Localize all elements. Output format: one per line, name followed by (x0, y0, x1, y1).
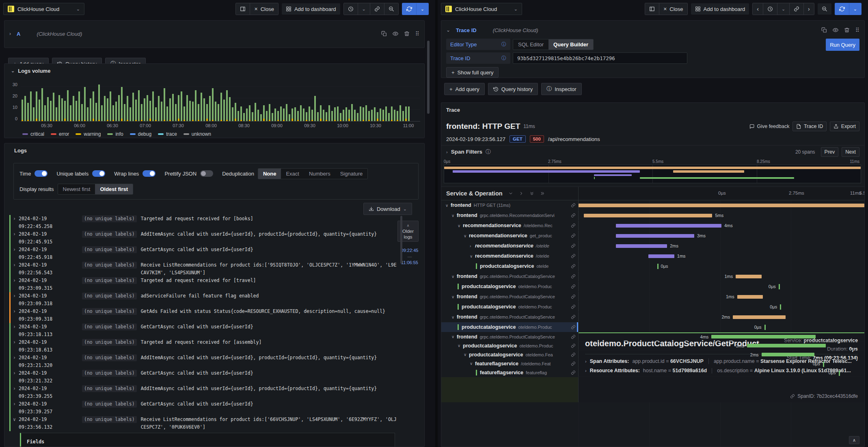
span-link-icon[interactable] (568, 254, 578, 258)
span-tick[interactable] (779, 284, 780, 289)
span-link-icon[interactable] (568, 343, 578, 348)
split-pane-button[interactable] (645, 3, 659, 15)
legend-item-info[interactable]: info (107, 131, 123, 137)
disable-query-icon[interactable] (833, 27, 838, 33)
log-row[interactable]: ›2024-02-19 09:23:09.318(no unique label… (9, 308, 398, 323)
query-row-a[interactable]: › A (ClickHouse Cloud) ⠿ (4, 25, 424, 43)
legend-item-error[interactable]: error (51, 131, 69, 137)
trace-id-button[interactable]: Trace ID (792, 122, 827, 131)
duplicate-query-icon[interactable] (381, 30, 387, 37)
collapse-span-icon[interactable]: ∨ (451, 315, 457, 319)
collapse-span-icon[interactable]: ∨ (451, 334, 457, 339)
span-link-icon[interactable] (568, 304, 578, 309)
collapse-all-icon[interactable] (529, 191, 534, 196)
span-row[interactable]: ∨frontendgrpc.oteldemo.ProductCatalogSer… (441, 332, 864, 341)
span-tick[interactable] (839, 371, 840, 376)
collapse-span-icon[interactable]: ∨ (445, 203, 451, 208)
drag-handle-icon[interactable]: ⠿ (855, 27, 859, 33)
span-link-icon[interactable] (568, 223, 578, 228)
span-bar[interactable] (737, 295, 763, 299)
download-button[interactable]: Download⌄ (363, 203, 412, 215)
expand-span-icon[interactable]: › (470, 244, 475, 248)
prettify-json-toggle[interactable] (200, 170, 213, 177)
datasource-picker-right[interactable]: ClickHouse Cloud ⌄ (441, 3, 522, 15)
zoom-out-button[interactable] (818, 3, 831, 15)
expand-log-icon[interactable]: › (13, 230, 19, 238)
give-feedback-button[interactable]: Give feedback (749, 124, 789, 129)
collapse-span-icon[interactable]: ∨ (458, 343, 463, 348)
span-link-icon[interactable] (568, 315, 578, 319)
span-link-icon[interactable] (568, 274, 578, 279)
time-range-caret-button[interactable]: ⌄ (358, 3, 370, 15)
export-button[interactable]: Export (830, 122, 859, 131)
collapse-span-icon[interactable]: ∨ (458, 224, 463, 228)
span-bar[interactable] (648, 254, 674, 258)
span-row[interactable]: ∨frontendgrpc.oteldemo.ProductCatalogSer… (441, 292, 864, 302)
close-pane-button[interactable]: ×Close (250, 3, 278, 15)
dedup-option-numbers[interactable]: Numbers (304, 169, 335, 179)
log-row[interactable]: ∨2024-02-19 09:23:56.132(no unique label… (9, 416, 398, 431)
span-link-icon[interactable] (568, 352, 578, 357)
span-bar[interactable] (711, 335, 816, 339)
span-row[interactable]: ∨recommendationservice/oteldemo.Rec4ms (441, 221, 864, 231)
span-row[interactable]: ∨frontendgrpc.oteldemo.ProductCatalogSer… (441, 271, 864, 282)
span-tick[interactable] (657, 264, 659, 269)
span-row[interactable]: ∨frontendHTTP GET (11ms) (441, 200, 864, 210)
expand-log-icon[interactable]: › (13, 385, 19, 393)
expand-log-icon[interactable]: › (13, 277, 19, 284)
time-sync-forward-button[interactable]: › (803, 3, 814, 15)
time-sync-back-button[interactable]: ‹ (753, 3, 763, 15)
order-option-oldest-first[interactable]: Oldest first (95, 184, 133, 194)
time-range-button[interactable] (344, 3, 358, 15)
show-full-query-button[interactable]: +Show full query (446, 67, 499, 78)
scroll-to-top-button[interactable]: ∧ (849, 436, 859, 444)
span-row[interactable]: ∨recommendationservice/otelde1ms (441, 251, 864, 261)
wrap-lines-toggle[interactable] (143, 170, 155, 177)
span-tick[interactable] (780, 304, 781, 310)
span-tick[interactable] (764, 325, 766, 330)
collapse-span-icon[interactable]: ∨ (451, 213, 457, 218)
log-row[interactable]: ›2024-02-19 09:23:09.315(no unique label… (9, 277, 398, 292)
refresh-interval-button[interactable]: ⌄ (849, 3, 861, 15)
span-row[interactable]: productcatalogserviceotelde0μs (441, 261, 864, 271)
time-range-caret-button[interactable]: ⌄ (777, 3, 789, 15)
expand-span-filters-icon[interactable]: › (446, 150, 448, 154)
inspector-button[interactable]: ⓘInspector (541, 83, 581, 95)
link-icon[interactable] (790, 394, 795, 399)
expand-log-icon[interactable]: › (13, 261, 19, 269)
span-row[interactable]: ∨productcatalogserviceoteldemo.Produc3ms (441, 341, 864, 350)
collapse-span-icon[interactable]: ∨ (470, 361, 475, 366)
span-link-icon[interactable] (568, 243, 578, 248)
expand-log-icon[interactable]: › (13, 369, 19, 377)
span-row[interactable]: ∨productcatalogserviceoteldemo.Fea2ms (441, 350, 864, 359)
span-link-icon[interactable] (568, 370, 578, 375)
run-query-button[interactable]: Run Query (826, 39, 859, 51)
order-option-newest-first[interactable]: Newest first (58, 184, 95, 194)
span-bar[interactable] (733, 315, 786, 319)
expand-log-icon[interactable]: › (13, 246, 19, 254)
next-span-button[interactable]: Next (842, 147, 859, 157)
expand-query-icon[interactable]: › (9, 31, 11, 37)
add-to-dashboard-button[interactable]: Add to dashboard (691, 3, 749, 15)
span-bar[interactable] (762, 353, 814, 356)
unique-labels-toggle[interactable] (92, 170, 105, 177)
collapse-log-icon[interactable]: ∨ (13, 416, 19, 423)
expand-log-icon[interactable]: › (13, 292, 19, 300)
logs-scrollbar[interactable] (400, 216, 402, 264)
collapse-span-icon[interactable]: ∨ (470, 254, 475, 258)
pane-scrollbar[interactable] (427, 41, 430, 114)
refresh-button[interactable] (402, 3, 416, 15)
span-tick[interactable] (823, 362, 824, 367)
expand-log-icon[interactable]: › (13, 308, 19, 315)
span-row[interactable]: ∨frontendgrpc.oteldemo.ProductCatalogSer… (441, 312, 864, 322)
span-row[interactable]: featureflagservicefeatureflag0μs (441, 368, 864, 377)
legend-item-debug[interactable]: debug (130, 131, 151, 137)
remove-query-icon[interactable] (404, 30, 410, 37)
log-row[interactable]: ›2024-02-19 09:22:45.918(no unique label… (9, 246, 398, 261)
log-row[interactable]: ›2024-02-19 09:23:39.255(no unique label… (9, 385, 398, 400)
remove-query-icon[interactable] (844, 27, 850, 33)
span-row[interactable]: productcatalogserviceoteldemo.Produc0μs (441, 322, 864, 332)
log-row[interactable]: ›2024-02-19 09:23:09.318(no unique label… (9, 292, 398, 308)
split-pane-button[interactable] (236, 3, 250, 15)
span-link-icon[interactable] (568, 213, 578, 218)
